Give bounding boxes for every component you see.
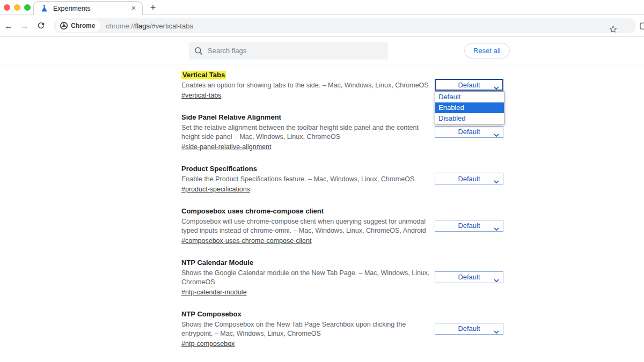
window-titlebar: Experiments × +	[0, 0, 644, 15]
flag-select[interactable]: Default DefaultEnabledDisabled	[435, 79, 503, 91]
traffic-lights	[4, 4, 31, 11]
flag-text-block: NTP Composebox Shows the Composebox on t…	[181, 309, 434, 348]
flag-select-value: Default	[458, 221, 480, 230]
chevron-down-icon	[494, 328, 499, 336]
flag-row: NTP Calendar Module Shows the Google Cal…	[181, 257, 503, 297]
flask-icon	[40, 4, 48, 12]
flag-select[interactable]: Default	[435, 323, 503, 335]
new-tab-button[interactable]: +	[147, 2, 159, 14]
chevron-down-icon	[494, 84, 499, 92]
url-fragment: /#vertical-tabs	[150, 22, 193, 30]
chevron-down-icon	[494, 178, 499, 186]
forward-icon: →	[18, 20, 31, 33]
flag-select-value: Default	[458, 324, 480, 333]
url-text: chrome://flags/#vertical-tabs	[106, 22, 193, 30]
search-flags-input[interactable]	[208, 47, 388, 55]
close-tab-icon[interactable]: ×	[129, 4, 138, 13]
flag-description: Set the relative alignment between the t…	[181, 123, 434, 142]
browser-tab-experiments[interactable]: Experiments ×	[33, 1, 143, 15]
close-window-button[interactable]	[4, 4, 10, 11]
chrome-site-chip[interactable]: Chrome	[56, 20, 100, 32]
flag-select-value: Default	[458, 175, 480, 183]
flag-name: Composebox uses chrome-compose client	[181, 207, 324, 216]
chip-label: Chrome	[71, 22, 95, 29]
flag-link[interactable]: #product-specifications	[181, 185, 250, 194]
flag-text-block: Composebox uses chrome-compose client Co…	[181, 206, 434, 245]
flag-select[interactable]: Default	[435, 126, 503, 138]
flag-select-column: Default	[434, 309, 503, 348]
minimize-window-button[interactable]	[14, 4, 20, 11]
flag-description: Enables an option for showing tabs to th…	[181, 81, 434, 90]
flag-row: Composebox uses chrome-compose client Co…	[181, 206, 503, 245]
flag-row: Product Specifications Enable the Produc…	[181, 164, 503, 194]
search-icon	[194, 47, 203, 55]
flag-select-column: Default	[434, 257, 503, 297]
flag-text-block: Vertical Tabs Enables an option for show…	[181, 70, 434, 100]
zoom-window-button[interactable]	[24, 4, 31, 11]
flag-description: Composebox will use chrome-compose clien…	[181, 217, 434, 235]
flag-description: Enable the Product Specifications featur…	[181, 175, 434, 184]
dropdown-option[interactable]: Disabled	[435, 113, 504, 124]
dropdown-option[interactable]: Enabled	[435, 102, 504, 113]
flag-list: Vertical Tabs Enables an option for show…	[181, 64, 503, 362]
back-icon[interactable]: ←	[2, 20, 15, 33]
chrome-logo-icon	[60, 21, 68, 30]
flag-name: NTP Calendar Module	[181, 258, 253, 267]
flag-text-block: NTP Calendar Module Shows the Google Cal…	[181, 257, 434, 297]
flag-link[interactable]: #side-panel-relative-alignment	[181, 143, 271, 151]
dropdown-menu: DefaultEnabledDisabled	[435, 91, 504, 124]
flag-row: Vertical Tabs Enables an option for show…	[181, 70, 503, 100]
flag-select[interactable]: Default	[435, 173, 503, 184]
chevron-down-icon	[494, 131, 499, 139]
flag-name: Vertical Tabs	[181, 71, 226, 79]
flag-link[interactable]: #ntp-calendar-module	[181, 288, 247, 297]
browser-toolbar: ← → Chrome chrome://flags/#vertical-tabs	[0, 15, 644, 37]
url-host: flags	[135, 22, 150, 30]
flag-name: NTP Composebox	[181, 310, 241, 319]
search-flags-box[interactable]	[189, 42, 388, 60]
dropdown-option[interactable]: Default	[435, 92, 504, 102]
flag-text-block: Side Panel Relative Alignment Set the re…	[181, 112, 434, 151]
url-scheme: chrome://	[106, 22, 135, 30]
flag-select[interactable]: Default	[435, 220, 503, 232]
bookmark-star-icon[interactable]	[609, 25, 618, 36]
flag-name: Side Panel Relative Alignment	[181, 113, 281, 122]
chevron-down-icon	[494, 225, 499, 233]
flags-page-header: Reset all	[0, 37, 644, 64]
flag-name: Product Specifications	[181, 165, 257, 173]
tab-title: Experiments	[53, 5, 129, 12]
reset-all-button[interactable]: Reset all	[464, 43, 510, 58]
chevron-down-icon	[494, 276, 499, 284]
side-panel-icon[interactable]	[639, 21, 644, 33]
flag-select-column: Default	[434, 206, 503, 245]
address-bar[interactable]: Chrome chrome://flags/#vertical-tabs	[54, 18, 636, 33]
flag-select-value: Default	[458, 128, 480, 136]
flag-select-value: Default	[458, 273, 480, 281]
flag-description: Shows the Composebox on the New Tab Page…	[181, 320, 434, 338]
flag-link[interactable]: #vertical-tabs	[181, 91, 221, 100]
refresh-icon[interactable]	[34, 21, 47, 34]
flag-link[interactable]: #ntp-composebox	[181, 339, 235, 348]
flag-link[interactable]: #composebox-uses-chrome-compose-client	[181, 237, 311, 245]
flag-select-column: Default DefaultEnabledDisabled	[434, 70, 503, 100]
flag-row: NTP Composebox Shows the Composebox on t…	[181, 309, 503, 348]
flag-select-value: Default	[458, 81, 480, 89]
flag-description: Shows the Google Calendar module on the …	[181, 269, 434, 287]
flag-select-column: Default	[434, 164, 503, 194]
flag-text-block: Product Specifications Enable the Produc…	[181, 164, 434, 194]
flag-select[interactable]: Default	[435, 271, 503, 283]
